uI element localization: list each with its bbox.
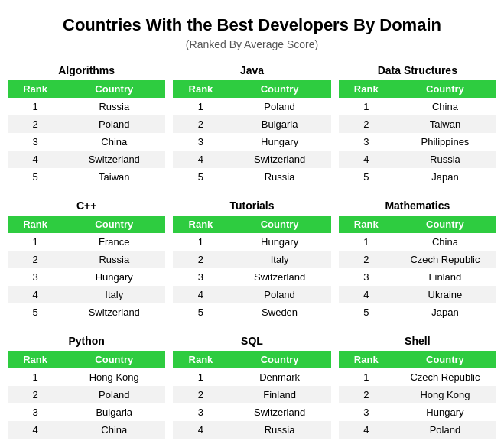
rank-table: RankCountry1China2Taiwan3Philippines4Rus… [339,80,496,186]
domain-title: Mathematics [339,199,496,212]
table-row: 2Finland [173,386,330,403]
table-row: 3Switzerland [173,403,330,421]
country-cell: Russia [229,421,331,439]
table-row: 5Taiwan [8,168,165,186]
rank-cell: 1 [339,233,394,251]
country-cell: Switzerland [229,268,331,286]
table-row: 5Japan [339,168,496,186]
rank-table: RankCountry1Czech Republic2Hong Kong3Hun… [339,351,496,444]
table-row: 2Hong Kong [339,386,496,403]
domain-block-java: JavaRankCountry1Poland2Bulgaria3Hungary4… [173,64,330,186]
country-cell: Russia [63,439,165,444]
table-header-row: RankCountry [8,80,165,98]
country-header: Country [394,80,496,98]
country-cell: Switzerland [63,151,165,168]
rank-cell: 1 [173,233,228,251]
domain-block-tutorials: TutorialsRankCountry1Hungary2Italy3Switz… [173,199,330,321]
country-cell: Bulgaria [229,115,331,133]
country-cell: Hong Kong [229,439,331,444]
country-cell: Japan [394,303,496,321]
country-cell: Hungary [394,403,496,421]
country-cell: Hungary [63,268,165,286]
rank-cell: 2 [173,251,228,268]
domain-title: C++ [8,199,165,212]
rank-cell: 5 [8,168,63,186]
table-row: 3Bulgaria [8,403,165,421]
table-row: 3Philippines [339,133,496,151]
rank-cell: 2 [339,251,394,268]
country-cell: Denmark [229,368,331,386]
domain-title: Data Structures [339,64,496,76]
country-cell: China [394,98,496,115]
domain-block-shell: ShellRankCountry1Czech Republic2Hong Kon… [339,335,496,444]
table-row: 1Poland [173,98,330,115]
table-row: 3Finland [339,268,496,286]
country-header: Country [394,216,496,233]
rank-cell: 4 [173,286,228,303]
rank-cell: 5 [173,439,228,444]
table-row: 3Hungary [173,133,330,151]
domain-title: SQL [173,335,330,347]
table-row: 4Switzerland [8,151,165,168]
rank-cell: 5 [173,303,228,321]
rank-cell: 2 [8,386,63,403]
domain-block-c++: C++RankCountry1France2Russia3Hungary4Ita… [8,199,165,321]
table-row: 4Poland [173,286,330,303]
rank-table: RankCountry1Russia2Poland3China4Switzerl… [8,80,165,186]
country-cell: Switzerland [229,151,331,168]
rank-cell: 3 [8,133,63,151]
country-cell: Poland [229,98,331,115]
rank-cell: 2 [339,115,394,133]
country-cell: China [63,421,165,439]
country-cell: China [394,233,496,251]
rank-cell: 2 [8,115,63,133]
rank-cell: 4 [8,151,63,168]
rank-table: RankCountry1Denmark2Finland3Switzerland4… [173,351,330,444]
rank-header: Rank [8,216,63,233]
rank-cell: 3 [339,268,394,286]
rank-header: Rank [339,351,394,368]
table-row: 3Switzerland [173,268,330,286]
country-cell: Switzerland [63,303,165,321]
country-cell: Switzerland [229,403,331,421]
rank-cell: 3 [339,133,394,151]
table-row: 4Russia [173,421,330,439]
table-row: 5Russia [173,168,330,186]
rank-cell: 3 [339,403,394,421]
country-cell: Poland [63,386,165,403]
table-row: 4China [8,421,165,439]
table-row: 2Italy [173,251,330,268]
rank-cell: 5 [8,439,63,444]
table-row: 5China [339,439,496,444]
rank-cell: 2 [173,386,228,403]
rank-header: Rank [8,80,63,98]
table-row: 3Hungary [8,268,165,286]
rank-cell: 1 [8,98,63,115]
table-row: 1Russia [8,98,165,115]
table-header-row: RankCountry [173,351,330,368]
table-row: 1Czech Republic [339,368,496,386]
rank-header: Rank [173,216,228,233]
rank-cell: 5 [339,303,394,321]
table-header-row: RankCountry [339,351,496,368]
rank-cell: 1 [8,368,63,386]
table-row: 5Russia [8,439,165,444]
country-cell: Ukraine [394,286,496,303]
country-cell: Russia [394,151,496,168]
table-row: 5Hong Kong [173,439,330,444]
rank-cell: 2 [8,251,63,268]
domains-grid: AlgorithmsRankCountry1Russia2Poland3Chin… [8,64,496,444]
rank-cell: 1 [339,368,394,386]
rank-cell: 4 [339,286,394,303]
domain-title: Tutorials [173,199,330,212]
domain-title: Algorithms [8,64,165,76]
table-header-row: RankCountry [339,216,496,233]
country-cell: Poland [229,286,331,303]
table-row: 1China [339,98,496,115]
table-row: 1Denmark [173,368,330,386]
domain-block-data-structures: Data StructuresRankCountry1China2Taiwan3… [339,64,496,186]
rank-cell: 1 [173,368,228,386]
table-row: 2Poland [8,386,165,403]
country-header: Country [63,351,165,368]
rank-cell: 4 [339,151,394,168]
